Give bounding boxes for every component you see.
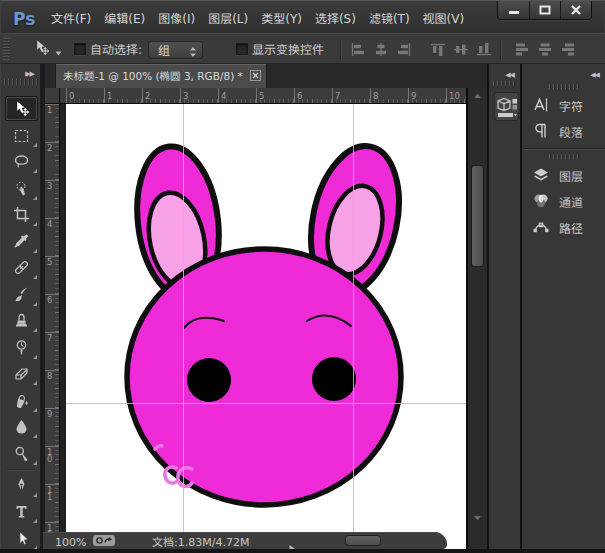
tools-panel-grip	[4, 79, 38, 85]
panel-button-paragraph[interactable]: 段落	[522, 118, 605, 144]
align-top-edges-button[interactable]	[430, 42, 446, 57]
tools-panel-header[interactable]: ▶▶	[1, 64, 41, 88]
ruler-number: 6	[47, 296, 52, 303]
align-vertical-centers-button[interactable]	[453, 42, 469, 57]
tool-eraser[interactable]	[5, 361, 38, 386]
ruler-number: 6	[297, 89, 302, 101]
panel-button-layers[interactable]: 图层	[522, 162, 605, 188]
guide-horizontal[interactable]	[66, 403, 466, 404]
panel-label: 图层	[559, 167, 583, 184]
tool-flyout-indicator	[33, 408, 37, 412]
panel-group-grip[interactable]	[549, 84, 581, 89]
toolbar-separator	[7, 469, 35, 470]
tool-dodge[interactable]	[5, 441, 38, 466]
align-bottom-edges-button[interactable]	[476, 42, 492, 57]
ruler-number: 4	[47, 220, 52, 227]
close-button[interactable]	[560, 1, 591, 19]
expand-toolbar-icon[interactable]: ▶▶	[25, 68, 34, 78]
menu-编辑[interactable]: 编辑(E)	[98, 9, 151, 26]
scroll-up-icon[interactable]	[473, 92, 482, 100]
tool-quick-select[interactable]	[5, 176, 38, 201]
panel-button-channels[interactable]: 通道	[522, 188, 605, 214]
distribute-right-edges-button[interactable]	[560, 42, 576, 57]
menu-图像[interactable]: 图像(I)	[152, 9, 201, 26]
menu-类型[interactable]: 类型(Y)	[255, 9, 308, 26]
canvas-viewport[interactable]	[60, 104, 466, 549]
minimize-button[interactable]	[498, 1, 529, 19]
maximize-button[interactable]	[529, 1, 560, 19]
menu-滤镜[interactable]: 滤镜(T)	[363, 9, 416, 26]
tool-brush[interactable]	[5, 282, 38, 307]
status-bar: 100% 文档:1.83M/4.72M	[43, 532, 447, 549]
auto-select-target-value: 组	[158, 41, 170, 58]
tool-paint-bucket[interactable]	[5, 388, 38, 413]
tool-flyout-indicator	[33, 302, 37, 306]
tool-crop[interactable]	[5, 202, 38, 227]
zoom-level[interactable]: 100%	[55, 533, 86, 549]
collapse-dock-icon[interactable]: ◀◀	[505, 69, 514, 79]
tool-preset-picker[interactable]	[33, 39, 69, 59]
ruler-number: 1 0	[47, 448, 52, 462]
tool-pen[interactable]	[5, 473, 38, 498]
ruler-tick	[408, 88, 409, 104]
panel-group-grip[interactable]	[549, 154, 581, 159]
bunny-eye	[187, 358, 231, 402]
horizontal-scrollbar-thumb[interactable]	[345, 535, 381, 546]
distribute-horizontal-centers-button[interactable]	[537, 42, 553, 57]
tool-flyout-indicator	[33, 434, 37, 438]
panel-group-divider	[524, 148, 605, 149]
guide-vertical[interactable]	[353, 104, 354, 532]
ruler-tick	[294, 88, 295, 104]
panel-button-character[interactable]: 字符	[522, 92, 605, 118]
align-right-edges-button[interactable]	[396, 42, 412, 57]
photoshop-window: Ps 文件(F)编辑(E)图像(I)图层(L)类型(Y)选择(S)滤镜(T)视图…	[0, 0, 605, 553]
auto-select-checkbox[interactable]	[74, 43, 86, 55]
horizontal-ruler: 012345678910	[60, 88, 466, 104]
ruler-number: 4	[221, 89, 226, 101]
show-transform-checkbox[interactable]	[236, 43, 248, 55]
ruler-tick	[218, 88, 219, 104]
document-tab[interactable]: 未标题-1 @ 100% (椭圆 3, RGB/8) *	[55, 64, 267, 88]
ruler-number: 8	[373, 89, 378, 101]
options-separator	[340, 40, 341, 59]
align-horizontal-centers-button[interactable]	[373, 42, 389, 57]
tool-clone-stamp[interactable]	[5, 308, 38, 333]
vertical-scrollbar-thumb[interactable]	[471, 165, 484, 267]
tool-healing-brush[interactable]	[5, 255, 38, 280]
tool-move[interactable]	[5, 96, 38, 121]
tool-marquee[interactable]	[5, 123, 38, 148]
tool-lasso[interactable]	[5, 149, 38, 174]
ruler-number: 2	[47, 144, 52, 151]
menu-图层[interactable]: 图层(L)	[202, 9, 254, 26]
vertical-scrollbar[interactable]	[466, 88, 487, 549]
ruler-number: 5	[47, 258, 52, 265]
menu-选择[interactable]: 选择(S)	[309, 9, 362, 26]
scroll-down-icon[interactable]	[473, 514, 482, 522]
menu-文件[interactable]: 文件(F)	[45, 9, 97, 26]
tool-eyedropper[interactable]	[5, 229, 38, 254]
adobe-drive-badge-icon[interactable]	[93, 535, 115, 546]
ruler-number: 7	[47, 334, 52, 341]
tool-blur[interactable]	[5, 414, 38, 439]
tool-type[interactable]	[5, 499, 38, 524]
menu-视图[interactable]: 视图(V)	[417, 9, 471, 26]
tool-flyout-indicator	[33, 275, 37, 279]
collapse-dock-icon-2[interactable]: ◀◀	[590, 69, 599, 79]
tool-history-brush[interactable]	[5, 335, 38, 360]
tools-panel: ▶▶	[0, 64, 40, 549]
tool-flyout-indicator	[33, 493, 37, 497]
panel-button-paths[interactable]: 路径	[522, 214, 605, 240]
ruler-number: 3	[47, 182, 52, 189]
tab-close-icon[interactable]	[250, 70, 261, 81]
tool-path-select[interactable]	[5, 526, 38, 551]
ruler-tick	[180, 88, 181, 104]
auto-select-target-dropdown[interactable]: 组	[148, 41, 203, 59]
bunny-eye	[312, 357, 356, 401]
guide-vertical[interactable]	[183, 104, 184, 532]
options-bar-grip[interactable]	[3, 38, 9, 60]
align-left-edges-button[interactable]	[350, 42, 366, 57]
distribute-left-edges-button[interactable]	[514, 42, 530, 57]
ruler-number: 2	[145, 89, 150, 101]
ruler-number: 1 1	[47, 486, 52, 500]
panel-button-3d[interactable]	[494, 92, 519, 121]
